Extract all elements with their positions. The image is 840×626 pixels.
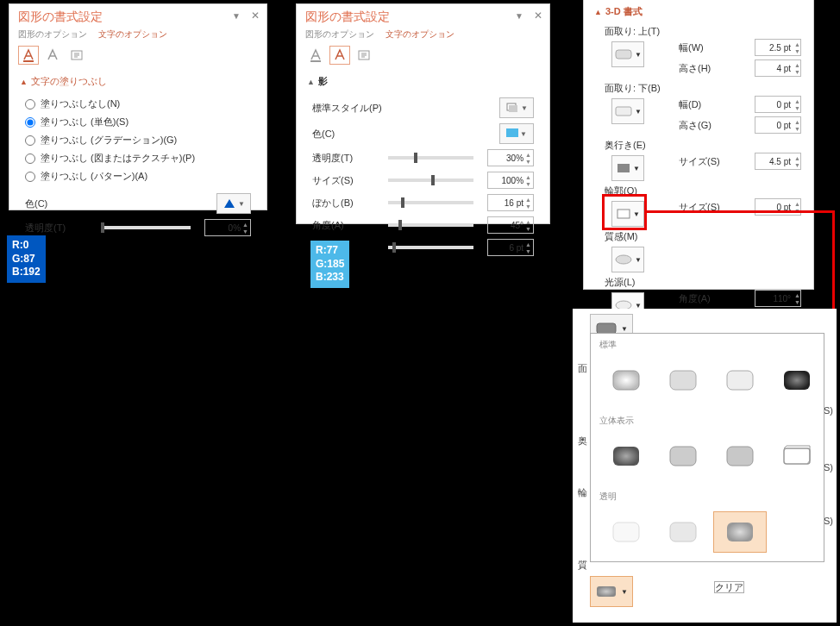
fill-solid-radio[interactable]: 塗りつぶし (単色)(S) [25,113,251,131]
svg-rect-0 [23,60,34,62]
fill-color-picker[interactable]: ▼ [216,193,251,214]
collapse-icon: ▲ [307,78,315,86]
material-group-3d: 立体表示 [591,410,824,432]
task-pane-options-icon[interactable]: ▼ [232,11,241,21]
depth-color-picker[interactable]: ▼ [611,155,644,181]
blur-label: ぼかし(B) [312,197,374,210]
preset-label: 標準スタイル(P) [312,102,382,115]
width-label: 幅(D) [679,98,701,111]
svg-rect-24 [727,523,753,541]
blur-input[interactable]: 16 pt▲▼ [487,194,534,211]
cropped-label: 奥 [578,435,587,448]
text-options-tab[interactable]: 文字のオプション [386,29,454,39]
fill-pattern-radio[interactable]: 塗りつぶし (パターン)(A) [25,167,251,185]
material-option[interactable] [770,435,824,477]
svg-rect-2 [310,60,321,62]
transparency-input[interactable]: 0%▲▼ [204,219,251,236]
depth-label: 奥行き(E) [584,135,679,155]
bevel-bottom-label: 面取り: 下(B) [584,78,679,98]
angle-slider[interactable] [388,223,473,227]
text-fill-outline-tab[interactable] [305,46,326,65]
close-icon[interactable]: ✕ [251,9,260,22]
shape-options-tab[interactable]: 図形のオプション [305,29,374,39]
color-label: 色(C) [312,128,374,141]
cropped-label: 質 [578,559,587,572]
section-title: 影 [318,75,328,88]
task-pane-options-icon[interactable]: ▼ [515,11,523,21]
size-input[interactable]: 0 pt▲▼ [755,198,801,216]
width-label: 幅(W) [679,41,704,54]
distance-slider[interactable] [388,246,473,249]
material-current-swatch[interactable]: ▼ [590,576,633,607]
size-label: サイズ(S) [312,174,374,187]
section-title: 3-D 書式 [605,5,643,18]
format-shape-panel-1: 図形の書式設定 ▼ ✕ 図形のオプション 文字のオプション ▲ 文字の塗りつぶし… [9,3,267,210]
width-input[interactable]: 0 pt▲▼ [755,96,801,113]
svg-rect-6 [506,128,518,137]
shadow-section-header[interactable]: ▲ 影 [297,72,549,91]
cropped-label: 面 [578,362,587,375]
text-options-tab[interactable]: 文字のオプション [98,29,167,39]
cropped-label: S) [824,516,833,526]
highlight-box [602,194,647,230]
height-input[interactable]: 0 pt▲▼ [755,116,801,134]
size-input[interactable]: 4.5 pt▲▼ [755,153,801,170]
material-option[interactable] [770,360,824,401]
transparency-input[interactable]: 30%▲▼ [487,149,534,166]
material-option[interactable] [599,360,653,401]
cropped-label: 輪 [578,486,587,499]
angle-input[interactable]: 45°▲▼ [487,216,534,234]
three-d-section-header[interactable]: ▲ 3-D 書式 [584,0,813,22]
material-option[interactable] [599,435,653,477]
text-fill-outline-tab[interactable] [18,46,39,65]
material-option[interactable] [713,435,767,477]
size-slider[interactable] [388,178,473,182]
transparency-slider[interactable] [388,156,473,160]
material-popup-area: 面 奥 輪 質 S) S) S) ▼ 標準 立体表示 透明 ▼ ク [573,309,837,623]
fill-picture-radio[interactable]: 塗りつぶし (図またはテクスチャ)(P) [25,149,251,167]
text-effects-tab[interactable] [42,46,63,65]
material-option-selected[interactable] [713,511,767,553]
shadow-color-picker[interactable]: ▼ [499,123,534,144]
material-option[interactable] [713,360,767,401]
textbox-tab[interactable] [66,46,87,65]
blur-slider[interactable] [388,201,473,204]
height-input[interactable]: 4 pt▲▼ [755,59,801,77]
material-option[interactable] [599,511,653,553]
panel-title: 図形の書式設定 [305,9,390,25]
shape-options-tab[interactable]: 図形のオプション [18,29,87,39]
close-icon[interactable]: ✕ [534,9,542,22]
material-option[interactable] [656,435,710,477]
svg-rect-18 [613,447,639,466]
text-fill-section-header[interactable]: ▲ 文字の塗りつぶし [9,72,266,91]
text-effects-tab[interactable] [329,46,350,65]
distance-input[interactable]: 6 pt▲▼ [487,239,534,256]
transparency-label: 透明度(T) [25,222,87,235]
textbox-tab[interactable] [354,46,374,65]
svg-rect-22 [613,523,639,541]
svg-rect-15 [670,371,696,390]
rgb-swatch-cyan: R:77G:185B:233 [310,241,349,288]
fill-gradient-radio[interactable]: 塗りつぶし (グラデーション)(G) [25,131,251,149]
material-option[interactable] [656,360,710,401]
width-input[interactable]: 2.5 pt▲▼ [755,39,801,56]
angle-input[interactable]: 110°▲▼ [755,290,801,307]
preset-picker[interactable]: ▼ [499,97,534,118]
transparency-slider[interactable] [101,226,191,229]
svg-rect-7 [616,50,631,59]
fill-none-radio[interactable]: 塗りつぶしなし(N) [25,95,251,113]
material-option[interactable] [656,511,710,553]
svg-rect-8 [616,107,631,116]
angle-label: 角度(A) [679,292,711,305]
bevel-top-picker[interactable]: ▼ [611,41,644,67]
size-input[interactable]: 100%▲▼ [487,172,534,189]
svg-rect-23 [670,523,696,541]
section-title: 文字の塗りつぶし [31,75,107,88]
bevel-bottom-picker[interactable]: ▼ [611,98,644,124]
clear-button[interactable]: クリア [714,581,744,593]
svg-rect-17 [784,371,810,390]
svg-point-11 [616,255,631,264]
material-picker[interactable]: ▼ [611,247,644,272]
svg-rect-5 [509,105,517,112]
material-group-standard: 標準 [591,334,824,356]
